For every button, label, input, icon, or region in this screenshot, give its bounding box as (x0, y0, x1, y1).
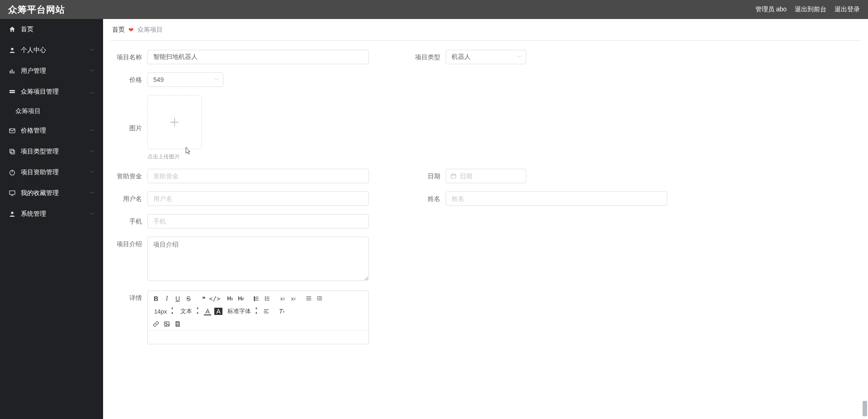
label-image: 图片 (110, 101, 147, 155)
code-button[interactable]: </> (210, 294, 220, 304)
svg-rect-7 (11, 150, 14, 154)
subscript-button[interactable]: x2 (278, 294, 288, 304)
svg-text:3: 3 (254, 299, 255, 301)
text-color-button[interactable]: A (203, 306, 212, 316)
chevron-down-icon: ﹀ (90, 190, 95, 197)
brand-title: 众筹平台网站 (8, 4, 65, 16)
intro-textarea[interactable] (147, 237, 369, 281)
breadcrumb: 首页 ❤ 众筹项目 (110, 19, 861, 41)
sidebar-item-crowdfunding[interactable]: 众筹项目管理 ︿ (0, 81, 103, 102)
label-username: 用户名 (110, 191, 147, 206)
sidebar-item-label: 用户管理 (21, 67, 90, 75)
user-icon (8, 210, 16, 218)
sidebar-item-label: 价格管理 (21, 127, 90, 135)
svg-rect-43 (165, 322, 170, 326)
project-name-input[interactable] (147, 50, 369, 64)
sidebar-item-users[interactable]: 用户管理 ﹀ (0, 61, 103, 81)
project-type-select[interactable]: 机器人 ﹀ (446, 50, 526, 64)
svg-point-27 (265, 298, 266, 299)
unordered-list-button[interactable] (262, 294, 272, 304)
bars-icon (8, 67, 16, 75)
sidebar: 首页 个人中心 ﹀ 用户管理 ﹀ 众筹项目管理 ︿ 众筹项目 (0, 19, 103, 419)
svg-rect-37 (319, 298, 322, 299)
align-button[interactable] (261, 306, 271, 316)
sidebar-item-favorites[interactable]: 我的收藏管理 ﹀ (0, 183, 103, 204)
svg-point-13 (11, 212, 13, 214)
outdent-button[interactable] (304, 294, 314, 304)
bg-color-button[interactable]: A (213, 306, 223, 316)
power-icon (8, 169, 16, 176)
h1-button[interactable]: H1 (225, 294, 235, 304)
italic-button[interactable]: I (162, 294, 172, 304)
image-upload[interactable] (147, 95, 202, 149)
sidebar-item-profile[interactable]: 个人中心 ﹀ (0, 40, 103, 61)
copy-icon (8, 148, 16, 155)
chevron-down-icon: ﹀ (517, 53, 522, 61)
home-icon (8, 26, 16, 33)
svg-point-0 (11, 48, 13, 50)
date-input[interactable] (446, 169, 526, 183)
strike-button[interactable]: S (184, 294, 193, 304)
phone-input[interactable] (147, 214, 369, 229)
scrollbar[interactable] (861, 19, 868, 419)
ordered-list-button[interactable]: 123 (251, 294, 261, 304)
save-button[interactable] (173, 319, 183, 329)
sidebar-sub-crowdfunding-projects[interactable]: 众筹项目 (0, 102, 103, 120)
mail-icon (8, 127, 16, 134)
sidebar-item-system[interactable]: 系统管理 ﹀ (0, 204, 103, 224)
superscript-button[interactable]: x2 (288, 294, 298, 304)
svg-rect-41 (264, 311, 267, 311)
sidebar-item-label: 项目资助管理 (21, 168, 90, 176)
name-input[interactable] (446, 191, 667, 206)
block-type-select[interactable]: 文本 ▾▴ (179, 306, 200, 316)
font-family-select[interactable]: 标准字体 ▾▴ (226, 306, 259, 316)
font-size-select[interactable]: 14px ▾▴ (152, 306, 175, 316)
sidebar-item-funding[interactable]: 项目资助管理 ﹀ (0, 162, 103, 183)
sidebar-item-price[interactable]: 价格管理 ﹀ (0, 120, 103, 141)
chevron-up-icon: ︿ (90, 88, 95, 96)
chevron-down-icon: ﹀ (90, 127, 95, 135)
chevron-down-icon: ﹀ (90, 148, 95, 156)
select-caret-icon: ▾▴ (171, 306, 173, 314)
editor-toolbar: B I U S ❝ </> H1 H2 (148, 291, 368, 330)
bold-button[interactable]: B (151, 294, 161, 304)
chevron-down-icon: ﹀ (90, 47, 95, 54)
fund-input[interactable] (147, 169, 369, 183)
scrollbar-thumb[interactable] (863, 401, 867, 416)
richtext-editor: B I U S ❝ </> H1 H2 (147, 290, 369, 344)
svg-rect-38 (317, 300, 322, 300)
svg-rect-29 (266, 297, 269, 297)
svg-rect-5 (9, 92, 15, 93)
chevron-down-icon: ﹀ (90, 67, 95, 75)
clear-format-button[interactable]: Tx (277, 306, 287, 316)
underline-button[interactable]: U (173, 294, 183, 304)
username-input[interactable] (147, 191, 369, 206)
chevron-down-icon: ﹀ (90, 210, 95, 218)
indent-button[interactable] (315, 294, 325, 304)
sidebar-item-label: 个人中心 (21, 46, 90, 54)
project-type-value: 机器人 (452, 53, 471, 61)
sidebar-item-project-type[interactable]: 项目类型管理 ﹀ (0, 141, 103, 162)
link-button[interactable] (151, 319, 161, 329)
breadcrumb-home[interactable]: 首页 (112, 26, 125, 34)
to-front-button[interactable]: 退出到前台 (795, 5, 826, 14)
svg-rect-4 (9, 90, 15, 91)
sidebar-item-home[interactable]: 首页 (0, 19, 103, 40)
plus-icon (168, 116, 181, 129)
quote-button[interactable]: ❝ (199, 294, 209, 304)
svg-point-28 (265, 300, 266, 300)
svg-rect-45 (177, 322, 179, 323)
svg-rect-46 (177, 324, 179, 326)
price-select[interactable]: 549 ﹀ (147, 72, 223, 87)
svg-rect-40 (264, 309, 269, 310)
label-project-type: 项目类型 (409, 50, 446, 64)
editor-content[interactable] (148, 330, 368, 344)
chevron-down-icon: ﹀ (90, 169, 95, 176)
admin-label[interactable]: 管理员 abo (755, 5, 787, 14)
logout-button[interactable]: 退出登录 (835, 5, 860, 14)
sidebar-item-label: 我的收藏管理 (21, 189, 90, 197)
image-button[interactable] (162, 319, 172, 329)
h2-button[interactable]: H2 (236, 294, 246, 304)
svg-point-26 (265, 296, 266, 297)
sidebar-item-label: 众筹项目管理 (21, 88, 90, 96)
